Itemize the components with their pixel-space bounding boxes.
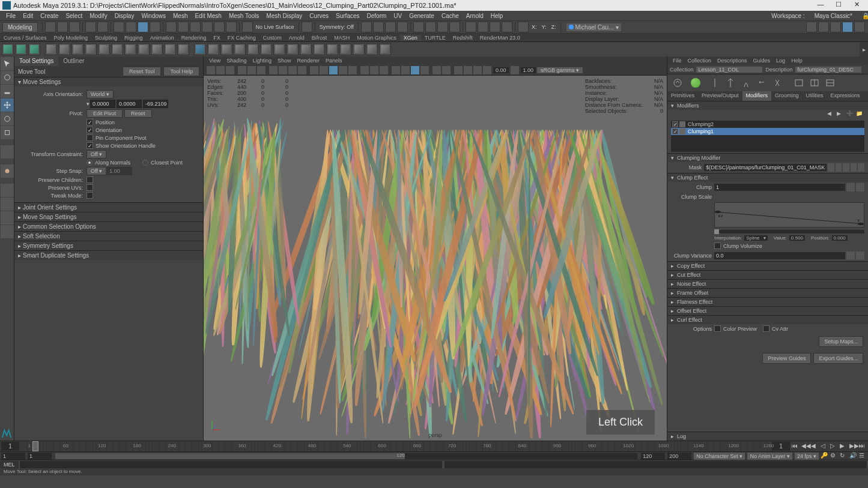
- new-scene-button[interactable]: [45, 22, 56, 32]
- frame-offset-section[interactable]: ▸Frame Offset: [667, 288, 868, 297]
- sound-button[interactable]: 🔊: [849, 452, 858, 460]
- xgen-brush-5[interactable]: [247, 43, 259, 55]
- xgen-brush-13[interactable]: [353, 43, 365, 55]
- v-type1-btn[interactable]: [454, 66, 463, 74]
- history-button[interactable]: [302, 22, 312, 32]
- mask-reload-icon[interactable]: [851, 163, 857, 172]
- region-icon-1[interactable]: [792, 76, 806, 89]
- menu-help[interactable]: Help: [487, 13, 507, 19]
- v-lights-btn[interactable]: [339, 66, 347, 74]
- toggle-grid-button[interactable]: [478, 22, 488, 32]
- menu-display[interactable]: Display: [111, 13, 138, 19]
- common-selection-header[interactable]: ▸Common Selection Options: [14, 221, 203, 231]
- panel-two-button[interactable]: [437, 22, 448, 32]
- copy-effect-section[interactable]: ▸Copy Effect: [667, 261, 868, 270]
- shelftab-motion[interactable]: Motion Graphics: [353, 35, 400, 41]
- modeling-toolkit-button[interactable]: [806, 22, 817, 32]
- menu-edit[interactable]: Edit: [19, 13, 37, 19]
- clumping-modifier-section[interactable]: ▾Clumping Modifier: [667, 153, 868, 162]
- clump-variance-input[interactable]: 0.0: [714, 252, 845, 259]
- v-wireframe-btn[interactable]: [310, 66, 318, 74]
- mask-menu-icon[interactable]: [858, 163, 864, 172]
- preserve-uvs-checkbox[interactable]: [86, 184, 93, 191]
- setup-maps-button[interactable]: Setup Maps...: [819, 336, 863, 347]
- lock-icon[interactable]: 🔒: [858, 13, 866, 19]
- cv-menu-icon[interactable]: [856, 252, 864, 260]
- shelftab-mash[interactable]: MASH: [330, 35, 353, 41]
- select-object-button[interactable]: [126, 22, 136, 32]
- reset-pivot-button[interactable]: Reset: [124, 109, 152, 118]
- xyz-button[interactable]: [518, 22, 529, 32]
- menu-file[interactable]: File: [2, 13, 19, 19]
- ramp-position-input[interactable]: 0.000: [832, 235, 848, 241]
- vmenu-show[interactable]: Show: [275, 58, 294, 64]
- mask-browse-icon[interactable]: [843, 163, 849, 172]
- shelftab-redshift[interactable]: Redshift: [449, 35, 476, 41]
- menu-windows[interactable]: Windows: [138, 13, 169, 19]
- menu-meshtools[interactable]: Mesh Tools: [225, 13, 263, 19]
- shelf-scroll-right[interactable]: ▸: [860, 42, 868, 56]
- vmenu-renderer[interactable]: Renderer: [294, 58, 323, 64]
- sculpt-guide-icon[interactable]: [739, 76, 753, 89]
- orientation-checkbox[interactable]: [86, 127, 93, 133]
- v-label2-btn[interactable]: [511, 66, 519, 74]
- snap-grid-button[interactable]: [166, 22, 177, 32]
- shelftab-xgen[interactable]: XGen: [400, 35, 421, 41]
- closest-point-radio[interactable]: [142, 160, 148, 166]
- coord-y[interactable]: 0.0000: [117, 100, 142, 108]
- mod-moveup-icon[interactable]: ◀: [827, 110, 836, 119]
- playhead[interactable]: [32, 441, 38, 451]
- workspace-dropdown[interactable]: Maya Classic*: [811, 13, 856, 19]
- v-motionblur-btn[interactable]: [401, 66, 410, 74]
- viewport-canvas[interactable]: Verts:24200 Edges:44000 Faces:20000 Tris…: [204, 76, 667, 441]
- ramp-value-input[interactable]: 0.500: [789, 235, 805, 241]
- coord-z[interactable]: -69.2109: [143, 100, 168, 108]
- xgen-brush-14[interactable]: [366, 43, 378, 55]
- layout-two-side-button[interactable]: [1, 211, 14, 224]
- v-bookmark-btn[interactable]: [226, 66, 234, 74]
- clump-input[interactable]: 1: [714, 184, 845, 191]
- toggle-construction-button[interactable]: [466, 22, 476, 32]
- step-snap-value[interactable]: 1.00: [107, 167, 132, 175]
- layout-four-button[interactable]: [1, 197, 14, 211]
- vmenu-view[interactable]: View: [206, 58, 223, 64]
- shelftab-turtle[interactable]: TURTLE: [421, 35, 449, 41]
- xgen-brush-3[interactable]: [220, 43, 232, 55]
- account-menu[interactable]: Michael Cau... ▾: [566, 23, 622, 31]
- show-handle-checkbox[interactable]: [86, 142, 93, 149]
- mod-enable-checkbox[interactable]: [672, 128, 678, 134]
- rmenu-collection[interactable]: Collection: [685, 58, 715, 64]
- vmenu-lighting[interactable]: Lighting: [249, 58, 275, 64]
- clump-effect-section[interactable]: ▾Clump Effect: [667, 173, 868, 182]
- xgen-tool-8[interactable]: [138, 43, 150, 55]
- axis-orientation-dropdown[interactable]: World ▾: [86, 90, 114, 98]
- v-2d-pan-btn[interactable]: [247, 66, 256, 74]
- step-snap-dropdown[interactable]: Off ▾: [86, 167, 106, 175]
- xgen-tool-4[interactable]: [85, 43, 97, 55]
- playback-prefs-button[interactable]: ⚙: [830, 452, 839, 460]
- cv-expr-icon[interactable]: [846, 252, 855, 260]
- play-back-button[interactable]: ◁: [821, 442, 829, 451]
- clump-volumize-checkbox[interactable]: [714, 242, 721, 249]
- mel-input[interactable]: [20, 461, 442, 468]
- v-colorspace-dropdown[interactable]: sRGB gamma ▾: [537, 67, 583, 73]
- vp ortho-btn[interactable]: [207, 66, 215, 74]
- tab-outliner[interactable]: Outliner: [58, 56, 89, 66]
- shelftab-animation[interactable]: Animation: [147, 35, 178, 41]
- tool-help-button[interactable]: Tool Help: [163, 67, 199, 76]
- v-textured-btn[interactable]: [329, 66, 338, 74]
- xgen-brush-6[interactable]: [260, 43, 272, 55]
- v-aa-btn[interactable]: [411, 66, 419, 74]
- vmenu-shading[interactable]: Shading: [223, 58, 249, 64]
- curl-effect-section[interactable]: ▸Curl Effect: [667, 315, 868, 324]
- xgen-tool-10[interactable]: [164, 43, 176, 55]
- clump-scale-ramp[interactable]: RT: [714, 202, 864, 227]
- reset-tool-button[interactable]: Reset Tool: [123, 67, 161, 76]
- rmenu-log[interactable]: Log: [773, 58, 788, 64]
- rmenu-guides[interactable]: Guides: [750, 58, 774, 64]
- cut-effect-section[interactable]: ▸Cut Effect: [667, 270, 868, 279]
- snap-curve-button[interactable]: [178, 22, 189, 32]
- xgen-tool-5[interactable]: [98, 43, 110, 55]
- shelftab-rigging[interactable]: Rigging: [121, 35, 147, 41]
- range-end-input[interactable]: 120: [641, 453, 665, 460]
